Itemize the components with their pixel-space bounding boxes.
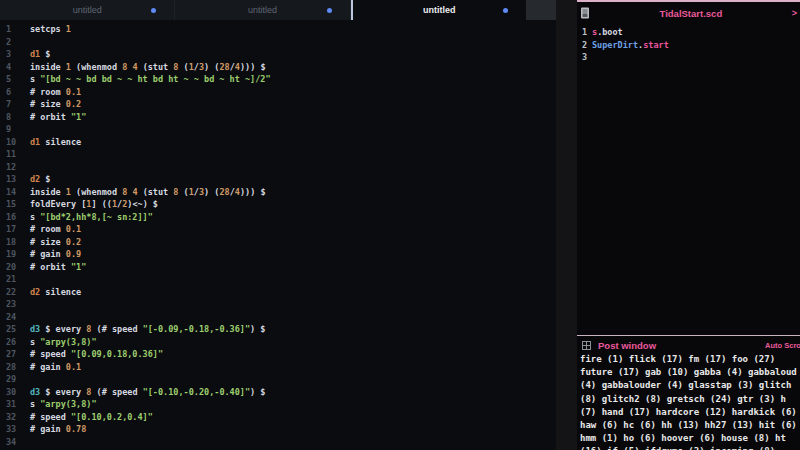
line-number: 20 <box>0 261 30 274</box>
tab-label: untitled <box>423 5 456 15</box>
code-text: d1 silence <box>30 137 81 147</box>
code-line: 33# gain 0.78 <box>0 423 556 436</box>
line-number: 33 <box>0 423 30 436</box>
code-line: 22d2 silence <box>0 286 556 299</box>
line-number: 1 <box>0 23 30 36</box>
post-window-title: Post window <box>598 340 656 351</box>
line-number: 15 <box>0 198 30 211</box>
editor-tab[interactable]: untitled <box>175 0 350 20</box>
code-line: 4inside 1 (whenmod 8 4 (stut 8 (1/3) (28… <box>0 61 556 74</box>
code-text: d1 $ <box>30 49 51 59</box>
sc-document-title: TidalStart.scd <box>590 8 792 19</box>
code-line: 27# speed "[0.09,0.18,0.36]" <box>0 348 556 361</box>
tidal-editor-lines[interactable]: 1setcps 123d1 $4inside 1 (whenmod 8 4 (s… <box>0 23 556 448</box>
line-number: 23 <box>0 298 30 311</box>
line-number: 6 <box>0 86 30 99</box>
document-icon <box>580 7 590 19</box>
code-text: # room 0.1 <box>30 87 81 97</box>
post-line: future (17) gab (10) gabba (4) gabbaloud <box>580 366 800 379</box>
post-line: (4) gabbalouder (4) glasstap (3) glitch <box>580 379 800 392</box>
code-line: 31s "arpy(3,8)" <box>0 398 556 411</box>
line-number: 26 <box>0 336 30 349</box>
code-line: 17# room 0.1 <box>0 223 556 236</box>
code-line: 3 <box>579 51 669 64</box>
modified-dot-icon <box>151 8 156 13</box>
line-number: 13 <box>0 173 30 186</box>
post-line: hmm (1) ho (6) hoover (6) house (8) ht <box>580 432 800 445</box>
line-number: 24 <box>0 311 30 324</box>
code-text: # size 0.2 <box>30 237 81 247</box>
code-line: 30d3 $ every 8 (# speed "[-0.10,-0.20,-0… <box>0 386 556 399</box>
code-text: s "[bd*2,hh*8,[~ sn:2]]" <box>30 212 153 222</box>
code-text: setcps 1 <box>30 24 71 34</box>
sc-editor-lines[interactable]: 1s.boot2SuperDirt.start3 <box>579 26 669 64</box>
code-line: 10d1 silence <box>0 136 556 149</box>
code-line: 25d3 $ every 8 (# speed "[-0.09,-0.18,-0… <box>0 323 556 336</box>
line-number: 32 <box>0 411 30 424</box>
line-number: 10 <box>0 136 30 149</box>
code-line: 14inside 1 (whenmod 8 4 (stut 8 (1/3) (2… <box>0 186 556 199</box>
code-text: d3 $ every 8 (# speed "[-0.10,-0.20,-0.4… <box>30 387 265 397</box>
line-number: 14 <box>0 186 30 199</box>
line-number: 16 <box>0 211 30 224</box>
code-text: inside 1 (whenmod 8 4 (stut 8 (1/3) (28/… <box>30 187 266 197</box>
tab-bar: untitleduntitleduntitled <box>0 0 556 20</box>
code-line: 11 <box>0 148 556 161</box>
line-number: 3 <box>0 48 30 61</box>
code-line: 19# gain 0.9 <box>0 248 556 261</box>
code-line: 1setcps 1 <box>0 23 556 36</box>
code-line: 12 <box>0 161 556 174</box>
window-gap <box>556 0 577 450</box>
code-text: # room 0.1 <box>30 224 81 234</box>
line-number: 30 <box>0 386 30 399</box>
line-number: 9 <box>0 123 30 136</box>
chevron-right-icon[interactable]: > <box>792 8 800 18</box>
line-number: 11 <box>0 148 30 161</box>
code-line: 8# orbit "1" <box>0 111 556 124</box>
post-line: (16) if (5) ifdrums (3) incoming (8) <box>580 445 800 450</box>
code-line: 15foldEvery [1] ((1/2)<~) $ <box>0 198 556 211</box>
post-window-content[interactable]: fire (1) flick (17) fm (17) foo (27)futu… <box>580 353 800 450</box>
code-line: 29 <box>0 373 556 386</box>
post-window-header: Post window Auto Scrol <box>577 338 800 353</box>
code-line: 24 <box>0 311 556 324</box>
post-line: haw (6) hc (6) hh (13) hh27 (13) hit (6) <box>580 419 800 432</box>
code-text: # speed "[0.09,0.18,0.36]" <box>30 349 163 359</box>
line-number: 1 <box>579 26 592 39</box>
modified-dot-icon <box>503 8 508 13</box>
line-number: 34 <box>0 436 30 449</box>
code-line: 16s "[bd*2,hh*8,[~ sn:2]]" <box>0 211 556 224</box>
line-number: 27 <box>0 348 30 361</box>
line-number: 25 <box>0 323 30 336</box>
code-text: # size 0.2 <box>30 99 81 109</box>
code-line: 9 <box>0 123 556 136</box>
auto-scroll-toggle[interactable]: Auto Scrol <box>765 341 800 350</box>
code-line: 18# size 0.2 <box>0 236 556 249</box>
code-text: # orbit "1" <box>30 112 86 122</box>
code-line: 13d2 $ <box>0 173 556 186</box>
code-line: 28# gain 0.1 <box>0 361 556 374</box>
code-line: 2SuperDirt.start <box>579 39 669 52</box>
post-line: (7) hand (17) hardcore (12) hardkick (6) <box>580 406 800 419</box>
line-number: 17 <box>0 223 30 236</box>
post-line: (8) glitch2 (8) gretsch (24) gtr (3) h <box>580 393 800 406</box>
line-number: 3 <box>579 51 592 64</box>
line-number: 4 <box>0 61 30 74</box>
line-number: 21 <box>0 273 30 286</box>
editor-tab[interactable]: untitled <box>0 0 175 20</box>
tab-label: untitled <box>248 5 277 15</box>
code-line: 7# size 0.2 <box>0 98 556 111</box>
code-line: 20# orbit "1" <box>0 261 556 274</box>
code-line: 32# speed "[0.10,0.2,0.4]" <box>0 411 556 424</box>
code-text: s.boot <box>592 27 623 37</box>
line-number: 28 <box>0 361 30 374</box>
line-number: 2 <box>0 36 30 49</box>
code-text: s "arpy(3,8)" <box>30 337 97 347</box>
code-text: # gain 0.78 <box>30 424 86 434</box>
sc-document-header[interactable]: TidalStart.scd > <box>577 4 800 22</box>
code-line: 5s "[bd ~ ~ bd bd ~ ~ ht bd ht ~ ~ bd ~ … <box>0 73 556 86</box>
tidal-editor-window: untitleduntitleduntitled 1setcps 123d1 $… <box>0 0 556 450</box>
code-text: d2 silence <box>30 287 81 297</box>
code-text: SuperDirt.start <box>592 40 669 50</box>
editor-tab[interactable]: untitled <box>351 0 526 20</box>
